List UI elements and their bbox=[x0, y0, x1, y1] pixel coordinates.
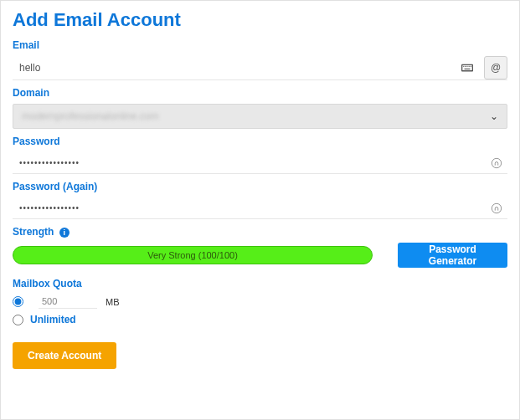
at-button[interactable]: @ bbox=[484, 56, 507, 79]
quota-unit: MB bbox=[106, 297, 120, 307]
svg-rect-2 bbox=[463, 66, 464, 67]
strength-meter: Very Strong (100/100) bbox=[13, 246, 373, 264]
svg-point-10 bbox=[492, 203, 501, 213]
quota-label: Mailbox Quota bbox=[13, 278, 507, 289]
page-title: Add Email Account bbox=[13, 9, 507, 31]
password-again-row bbox=[13, 197, 507, 219]
svg-rect-7 bbox=[471, 66, 471, 67]
password-label: Password bbox=[13, 136, 507, 147]
strength-label: Strength i bbox=[13, 226, 507, 238]
keyboard-icon bbox=[461, 64, 474, 72]
strength-row: Very Strong (100/100) Password Generator bbox=[13, 243, 507, 268]
reveal-password-icon[interactable] bbox=[489, 156, 504, 171]
quota-custom-radio[interactable] bbox=[13, 296, 23, 307]
password-generator-button[interactable]: Password Generator bbox=[398, 243, 507, 268]
password-input[interactable] bbox=[13, 152, 489, 173]
email-input[interactable] bbox=[13, 56, 461, 79]
email-label: Email bbox=[13, 39, 507, 51]
svg-rect-3 bbox=[465, 66, 466, 67]
chevron-down-icon: ⌄ bbox=[490, 110, 498, 122]
reveal-password-again-icon[interactable] bbox=[489, 201, 504, 216]
domain-value: modernprofessionalonline.com bbox=[22, 110, 158, 122]
email-row: @ bbox=[13, 56, 507, 80]
svg-rect-6 bbox=[469, 66, 470, 67]
quota-value-input[interactable] bbox=[39, 295, 97, 309]
quota-custom-row: MB bbox=[13, 295, 507, 309]
svg-rect-8 bbox=[465, 69, 471, 69]
password-row bbox=[13, 152, 507, 174]
quota-unlimited-label: Unlimited bbox=[30, 314, 76, 325]
password-again-label: Password (Again) bbox=[13, 181, 507, 192]
svg-rect-5 bbox=[467, 66, 468, 67]
domain-label: Domain bbox=[13, 87, 507, 99]
svg-point-9 bbox=[492, 158, 501, 167]
svg-rect-4 bbox=[466, 66, 467, 67]
quota-unlimited-row: Unlimited bbox=[13, 314, 507, 325]
domain-select[interactable]: modernprofessionalonline.com ⌄ bbox=[13, 104, 507, 129]
quota-unlimited-radio[interactable] bbox=[13, 315, 23, 325]
password-again-input[interactable] bbox=[13, 197, 489, 218]
create-account-button[interactable]: Create Account bbox=[13, 342, 116, 369]
info-icon[interactable]: i bbox=[59, 228, 70, 238]
